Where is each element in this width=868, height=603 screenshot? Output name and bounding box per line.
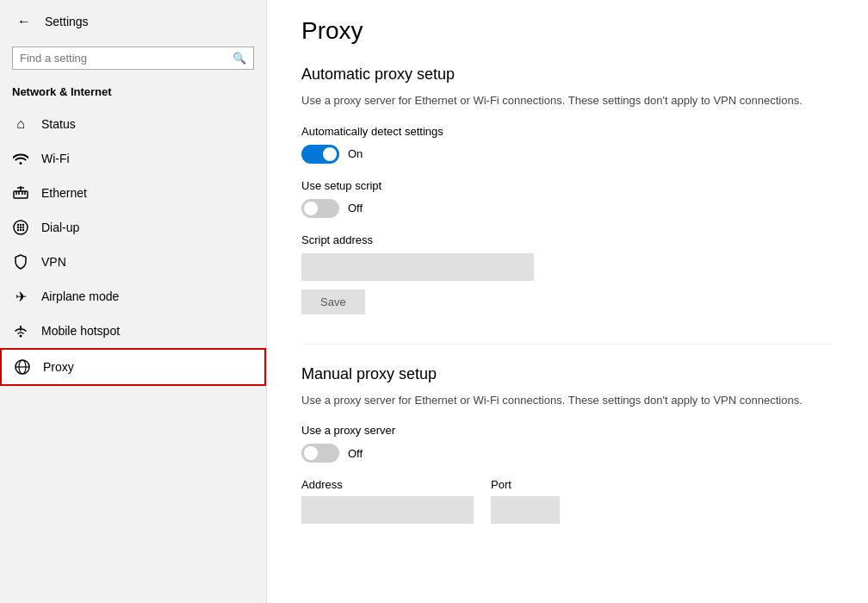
svg-point-12 xyxy=(20,227,22,228)
search-icon: 🔍 xyxy=(232,52,246,65)
script-state-label: Off xyxy=(348,202,363,214)
detect-toggle[interactable] xyxy=(301,145,339,164)
detect-state-label: On xyxy=(348,147,363,160)
status-icon: ⌂ xyxy=(12,115,29,133)
sidebar-item-label: VPN xyxy=(41,255,66,269)
ethernet-icon xyxy=(12,184,29,202)
settings-title: Settings xyxy=(45,15,89,28)
svg-point-15 xyxy=(20,224,22,226)
use-proxy-state-label: Off xyxy=(348,447,363,460)
sidebar-item-wifi[interactable]: Wi-Fi xyxy=(0,141,266,176)
svg-point-16 xyxy=(22,224,24,226)
main-content: Proxy Automatic proxy setup Use a proxy … xyxy=(267,0,868,603)
sidebar-item-label: Wi-Fi xyxy=(41,152,70,165)
sidebar-item-hotspot[interactable]: Mobile hotspot xyxy=(0,314,266,348)
port-input[interactable] xyxy=(491,496,560,524)
use-proxy-toggle[interactable] xyxy=(301,444,339,463)
script-toggle-knob xyxy=(304,202,318,215)
address-input[interactable] xyxy=(301,496,474,524)
back-button[interactable]: ← xyxy=(12,10,36,33)
nav-section-title: Network & Internet xyxy=(0,80,266,107)
sidebar-item-label: Ethernet xyxy=(41,186,87,200)
svg-point-9 xyxy=(20,229,22,231)
sidebar-item-dialup[interactable]: Dial-up xyxy=(0,210,266,245)
script-label: Use setup script xyxy=(301,179,834,192)
manual-section-title: Manual proxy setup xyxy=(301,365,834,383)
save-button[interactable]: Save xyxy=(301,289,365,314)
use-proxy-label: Use a proxy server xyxy=(301,424,834,437)
port-field-group: Port xyxy=(491,478,560,524)
auto-section-title: Automatic proxy setup xyxy=(301,65,834,84)
sidebar-item-airplane[interactable]: ✈ Airplane mode xyxy=(0,279,266,314)
address-port-row: Address Port xyxy=(301,478,834,524)
sidebar-item-label: Proxy xyxy=(43,360,74,374)
svg-point-11 xyxy=(17,227,19,228)
script-address-input[interactable] xyxy=(301,253,534,281)
sidebar-top-bar: ← Settings xyxy=(0,0,266,43)
vpn-icon xyxy=(12,253,29,270)
use-proxy-toggle-knob xyxy=(304,446,318,460)
svg-point-13 xyxy=(22,227,24,228)
detect-label: Automatically detect settings xyxy=(301,125,834,138)
page-title: Proxy xyxy=(301,17,834,45)
sidebar: ← Settings 🔍 Network & Internet ⌂ Status… xyxy=(0,0,267,603)
sidebar-item-label: Airplane mode xyxy=(41,289,119,303)
sidebar-item-proxy[interactable]: Proxy xyxy=(0,348,266,386)
sidebar-item-status[interactable]: ⌂ Status xyxy=(0,107,266,141)
svg-point-17 xyxy=(20,335,22,338)
sidebar-item-label: Dial-up xyxy=(41,221,79,234)
airplane-icon: ✈ xyxy=(12,288,29,305)
search-input[interactable] xyxy=(20,52,232,65)
detect-toggle-row: On xyxy=(301,145,834,164)
address-label: Script address xyxy=(301,233,834,246)
section-divider xyxy=(301,344,834,345)
svg-point-10 xyxy=(22,229,24,231)
address-field-group: Address xyxy=(301,478,474,524)
auto-section-desc: Use a proxy server for Ethernet or Wi-Fi… xyxy=(301,92,834,109)
sidebar-item-label: Status xyxy=(41,117,76,131)
dialup-icon xyxy=(12,219,29,236)
search-box[interactable]: 🔍 xyxy=(12,47,254,70)
use-proxy-toggle-row: Off xyxy=(301,444,834,463)
detect-toggle-knob xyxy=(323,147,337,161)
wifi-icon xyxy=(12,150,29,167)
sidebar-item-label: Mobile hotspot xyxy=(41,324,120,338)
address-field-label: Address xyxy=(301,478,474,491)
sidebar-item-ethernet[interactable]: Ethernet xyxy=(0,176,266,210)
port-field-label: Port xyxy=(491,478,560,491)
hotspot-icon xyxy=(12,322,29,339)
script-toggle[interactable] xyxy=(301,199,339,218)
script-toggle-row: Off xyxy=(301,199,834,218)
svg-point-8 xyxy=(17,229,19,231)
svg-point-14 xyxy=(17,224,19,226)
sidebar-item-vpn[interactable]: VPN xyxy=(0,245,266,279)
proxy-icon xyxy=(14,358,31,376)
manual-section-desc: Use a proxy server for Ethernet or Wi-Fi… xyxy=(301,392,834,409)
